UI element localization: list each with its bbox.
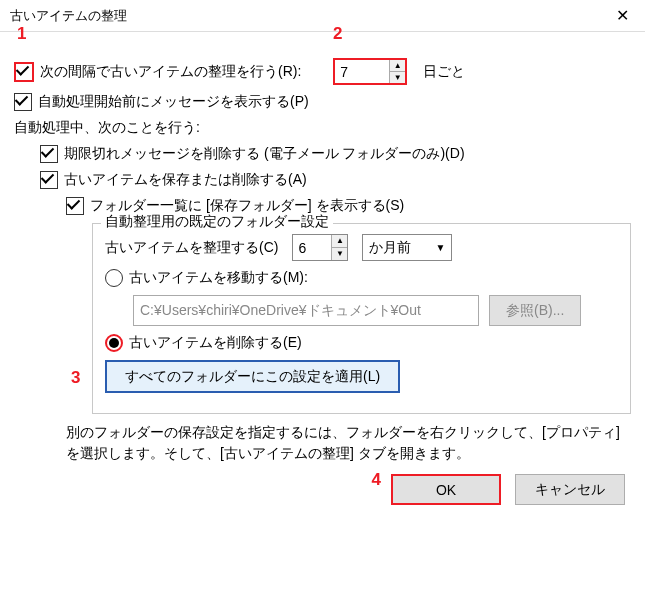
annotation-1: 1	[17, 24, 26, 44]
move-old-items-label: 古いアイテムを移動する(M):	[129, 269, 308, 287]
browse-button[interactable]: 参照(B)...	[489, 295, 581, 326]
default-folder-settings-group: 自動整理用の既定のフォルダー設定 古いアイテムを整理する(C) 6 ▲ ▼ か月…	[92, 223, 631, 414]
archive-delete-checkbox[interactable]	[40, 171, 58, 189]
during-section-label: 自動処理中、次のことを行う:	[14, 119, 631, 137]
clean-unit-value: か月前	[369, 239, 411, 257]
move-old-items-radio[interactable]	[105, 269, 123, 287]
delete-items-row: 古いアイテムを削除する(E)	[105, 334, 618, 352]
clean-months-value: 6	[293, 235, 331, 260]
dialog-content: 1 2 次の間隔で古いアイテムの整理を行う(R): 7 ▲ ▼ 日ごと 自動処理…	[0, 32, 645, 515]
prompt-before-label: 自動処理開始前にメッセージを表示する(P)	[38, 93, 309, 111]
archive-delete-row: 古いアイテムを保存または削除する(A)	[14, 171, 631, 189]
titlebar: 古いアイテムの整理 ✕	[0, 0, 645, 32]
ok-button[interactable]: OK	[391, 474, 501, 505]
clean-older-row: 古いアイテムを整理する(C) 6 ▲ ▼ か月前 ▼	[105, 234, 618, 261]
prompt-row: 自動処理開始前にメッセージを表示する(P)	[14, 93, 631, 111]
run-autoarchive-label: 次の間隔で古いアイテムの整理を行う(R):	[40, 63, 301, 81]
close-button[interactable]: ✕	[600, 0, 645, 32]
prompt-before-checkbox[interactable]	[14, 93, 32, 111]
delete-old-items-label: 古いアイテムを削除する(E)	[129, 334, 302, 352]
clean-older-label: 古いアイテムを整理する(C)	[105, 239, 278, 257]
chevron-down-icon: ▼	[436, 242, 446, 253]
cancel-button[interactable]: キャンセル	[515, 474, 625, 505]
spin-up-icon[interactable]: ▲	[390, 60, 405, 72]
move-items-row: 古いアイテムを移動する(M):	[105, 269, 618, 287]
run-autoarchive-checkbox[interactable]	[14, 62, 34, 82]
annotation-4: 4	[372, 470, 381, 490]
spin-down-icon[interactable]: ▼	[332, 248, 347, 260]
dialog-buttons: 4 OK キャンセル	[14, 474, 631, 505]
run-interval-row: 次の間隔で古いアイテムの整理を行う(R): 7 ▲ ▼ 日ごと	[14, 58, 631, 85]
delete-expired-checkbox[interactable]	[40, 145, 58, 163]
archive-delete-label: 古いアイテムを保存または削除する(A)	[64, 171, 307, 189]
apply-all-folders-button[interactable]: すべてのフォルダーにこの設定を適用(L)	[105, 360, 400, 393]
delete-expired-row: 期限切れメッセージを削除する (電子メール フォルダーのみ)(D)	[14, 145, 631, 163]
clean-months-input[interactable]: 6 ▲ ▼	[292, 234, 348, 261]
spin-down-icon[interactable]: ▼	[390, 72, 405, 83]
interval-days-input[interactable]: 7 ▲ ▼	[333, 58, 407, 85]
annotation-3: 3	[71, 368, 80, 388]
spin-up-icon[interactable]: ▲	[332, 235, 347, 248]
window-title: 古いアイテムの整理	[10, 7, 127, 25]
info-text: 別のフォルダーの保存設定を指定するには、フォルダーを右クリックして、[プロパティ…	[66, 422, 631, 464]
interval-unit-label: 日ごと	[423, 63, 465, 81]
archive-path-input[interactable]: C:¥Users¥chiri¥OneDrive¥ドキュメント¥Out	[133, 295, 479, 326]
group-legend: 自動整理用の既定のフォルダー設定	[101, 213, 333, 231]
interval-days-value: 7	[335, 60, 389, 83]
delete-old-items-radio[interactable]	[105, 334, 123, 352]
delete-expired-label: 期限切れメッセージを削除する (電子メール フォルダーのみ)(D)	[64, 145, 465, 163]
annotation-2: 2	[333, 24, 342, 44]
apply-all-row: すべてのフォルダーにこの設定を適用(L)	[105, 360, 618, 393]
clean-unit-combo[interactable]: か月前 ▼	[362, 234, 452, 261]
show-archive-folder-checkbox[interactable]	[66, 197, 84, 215]
archive-path-row: C:¥Users¥chiri¥OneDrive¥ドキュメント¥Out 参照(B)…	[133, 295, 618, 326]
